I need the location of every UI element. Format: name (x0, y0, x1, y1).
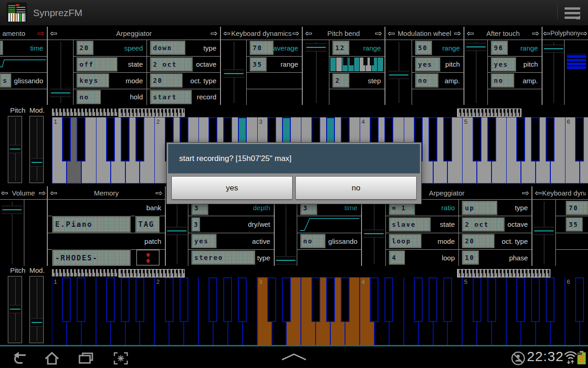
right-arrow-icon[interactable]: ⇨ (37, 29, 45, 38)
black-key[interactable] (429, 117, 437, 161)
right-arrow-icon[interactable]: ⇨ (375, 29, 382, 38)
panel-slider[interactable] (532, 200, 555, 266)
bank-tag-lcd-display[interactable]: TAG (136, 216, 159, 232)
right-arrow-icon[interactable]: ⇨ (292, 29, 300, 38)
person-off-icon[interactable] (511, 351, 526, 366)
black-key[interactable] (180, 277, 188, 322)
overflow-menu-icon[interactable] (565, 6, 580, 19)
lcd-display[interactable]: 70 (250, 41, 273, 55)
black-key[interactable] (62, 117, 71, 161)
mod-wheel[interactable] (29, 276, 44, 343)
black-key[interactable] (77, 277, 85, 322)
lcd-display[interactable]: 20 (150, 74, 182, 87)
black-key[interactable] (575, 277, 584, 322)
lcd-display[interactable] (0, 41, 3, 55)
black-key[interactable] (106, 117, 115, 161)
black-key[interactable] (370, 277, 379, 322)
lcd-display[interactable]: 35 (566, 218, 582, 231)
panel-slider[interactable] (303, 40, 329, 105)
lcd-display[interactable]: no (491, 74, 514, 87)
black-key[interactable] (443, 277, 452, 322)
keyboard-overview-strip[interactable] (52, 109, 118, 116)
pitch-wheel[interactable] (8, 116, 22, 183)
black-key[interactable] (546, 277, 554, 322)
lcd-display[interactable]: 35 (250, 58, 266, 71)
lcd-display[interactable]: 20 (77, 41, 93, 55)
panel-slider[interactable] (166, 200, 188, 266)
keyboard-range-strip[interactable] (457, 109, 521, 117)
black-key[interactable] (282, 277, 291, 322)
black-key[interactable] (165, 277, 174, 322)
yes-button[interactable]: yes (171, 176, 293, 200)
right-arrow-icon[interactable]: ⇨ (580, 29, 588, 38)
lcd-display[interactable]: 2 oct (150, 58, 192, 71)
lcd-display[interactable]: slave (389, 218, 430, 231)
record-indicator[interactable] (136, 250, 159, 265)
black-key[interactable] (487, 117, 496, 161)
pitch-bend-key-widget[interactable] (329, 56, 384, 73)
mod-wheel[interactable] (29, 116, 44, 183)
lcd-display[interactable]: yes (415, 58, 440, 71)
panel-slider[interactable] (221, 40, 246, 105)
black-key[interactable] (341, 277, 350, 322)
lcd-display[interactable]: 70 (566, 201, 588, 215)
black-key[interactable] (62, 277, 71, 322)
left-arrow-icon[interactable]: ⇦ (305, 29, 312, 38)
panel-slider[interactable] (48, 40, 73, 105)
right-arrow-icon[interactable]: ⇨ (454, 29, 461, 38)
bank-lcd-display[interactable]: E.Piano (52, 216, 130, 232)
black-key[interactable] (546, 117, 554, 161)
black-key[interactable] (223, 277, 232, 322)
black-key[interactable] (429, 277, 437, 322)
lcd-display[interactable]: no (415, 74, 438, 87)
black-key[interactable] (77, 117, 85, 161)
black-key[interactable] (516, 277, 525, 322)
keyboard-range-strip[interactable] (457, 269, 550, 277)
black-key[interactable] (414, 277, 423, 322)
right-arrow-icon[interactable]: ⇨ (210, 29, 218, 38)
black-key[interactable] (531, 277, 540, 322)
lcd-display[interactable]: keys (77, 74, 109, 87)
recents-icon[interactable] (78, 351, 94, 365)
left-arrow-icon[interactable]: ⇦ (50, 189, 57, 197)
lcd-display[interactable]: loop (389, 234, 421, 248)
black-key[interactable] (311, 277, 320, 322)
left-arrow-icon[interactable]: ⇦ (223, 29, 231, 38)
back-icon[interactable] (12, 351, 28, 364)
panel-slider[interactable] (275, 200, 297, 266)
black-key[interactable] (326, 277, 335, 322)
screenshot-icon[interactable] (113, 351, 129, 365)
lcd-display[interactable]: off (77, 58, 117, 71)
keyboard-viewport-strip[interactable] (119, 269, 185, 277)
left-arrow-icon[interactable]: ⇦ (543, 29, 550, 38)
left-arrow-icon[interactable]: ⇦ (535, 189, 542, 197)
left-arrow-icon[interactable]: ⇦ (467, 29, 474, 38)
black-key[interactable] (209, 277, 217, 322)
lcd-display[interactable]: 2 (333, 74, 349, 87)
lcd-display[interactable]: yes (192, 234, 216, 248)
lcd-display[interactable]: s (0, 74, 11, 87)
left-arrow-icon[interactable]: ⇦ (50, 29, 57, 38)
lcd-display[interactable]: stereo (192, 251, 255, 264)
home-icon[interactable] (44, 351, 60, 365)
keyboard-bottom[interactable]: 123456 (52, 277, 588, 345)
lcd-display[interactable]: start (150, 90, 192, 104)
black-key[interactable] (121, 117, 130, 161)
lcd-display[interactable]: up (462, 201, 497, 215)
black-key[interactable] (384, 277, 393, 322)
lcd-display[interactable]: no (77, 90, 101, 104)
lcd-display[interactable]: down (150, 41, 185, 55)
panel-slider[interactable] (464, 40, 487, 105)
lcd-display[interactable]: 20 (462, 234, 494, 248)
black-key[interactable] (443, 117, 452, 161)
black-key[interactable] (575, 117, 584, 161)
right-arrow-icon[interactable]: ⇨ (39, 189, 46, 197)
panel-slider[interactable] (543, 40, 564, 105)
lcd-display[interactable]: 4 (389, 251, 405, 264)
panel-slider[interactable] (362, 200, 385, 266)
black-key[interactable] (121, 277, 130, 322)
no-button[interactable]: no (295, 176, 417, 200)
left-arrow-icon[interactable]: ⇦ (1, 189, 8, 197)
volume-slider[interactable] (0, 200, 24, 266)
black-key[interactable] (267, 277, 276, 322)
